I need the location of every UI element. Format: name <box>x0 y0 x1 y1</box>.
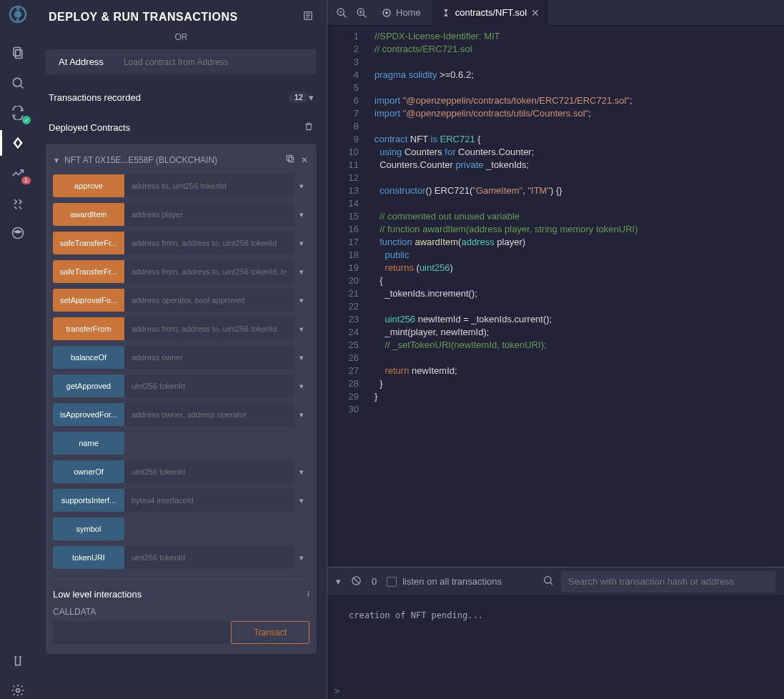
function-args-input[interactable] <box>124 289 294 312</box>
function-args-input[interactable] <box>124 460 294 483</box>
function-button[interactable]: symbol <box>53 517 124 540</box>
function-args-input[interactable] <box>124 489 294 512</box>
deploy-run-icon[interactable] <box>9 134 26 152</box>
function-button[interactable]: awardItem <box>53 203 124 226</box>
svg-point-15 <box>545 577 551 583</box>
function-button[interactable]: tokenURI <box>53 546 124 569</box>
tab-home[interactable]: Home <box>373 0 430 26</box>
file-explorer-icon[interactable] <box>9 44 26 61</box>
function-args-input[interactable] <box>124 546 294 569</box>
function-row: safeTransferFr...▾ <box>53 232 309 254</box>
icon-rail: ✓ 1 <box>0 0 36 699</box>
function-args-input[interactable] <box>124 232 294 254</box>
info-icon[interactable]: i <box>307 588 309 600</box>
debugger-icon[interactable] <box>9 194 26 212</box>
function-button[interactable]: supportsInterf... <box>53 489 124 512</box>
at-address-row: At Address <box>46 49 317 74</box>
function-button[interactable]: safeTransferFr... <box>53 260 124 283</box>
main-area: Home contracts/NFT.sol ✕ 123456789101112… <box>327 0 784 699</box>
close-icon[interactable]: ✕ <box>531 7 540 19</box>
svg-rect-9 <box>287 155 292 160</box>
contract-card: ▾ NFT AT 0X15E...E558F (BLOCKCHAIN) ✕ ap… <box>46 144 317 654</box>
function-button[interactable]: isApprovedFor... <box>53 403 124 426</box>
function-row: setApprovalFo...▾ <box>53 289 309 312</box>
function-args-input[interactable] <box>124 260 294 283</box>
chevron-down-icon[interactable]: ▾ <box>294 467 309 477</box>
function-args-input[interactable] <box>124 203 294 226</box>
function-button[interactable]: approve <box>53 174 124 197</box>
function-row: getApproved▾ <box>53 375 309 397</box>
transact-button[interactable]: Transact <box>231 621 309 644</box>
terminal-prompt[interactable]: > <box>327 683 784 699</box>
chevron-down-icon[interactable]: ▾ <box>294 496 309 505</box>
terminal-search-input[interactable] <box>561 571 775 593</box>
function-button[interactable]: ownerOf <box>53 460 124 483</box>
function-button[interactable]: balanceOf <box>53 346 124 369</box>
svg-point-13 <box>385 11 388 14</box>
zoom-out-icon[interactable] <box>333 4 350 21</box>
function-button[interactable]: transferFrom <box>53 317 124 340</box>
search-icon[interactable] <box>9 74 26 91</box>
terminal-log: creation of NFT pending... <box>327 596 784 683</box>
svg-point-4 <box>13 78 21 86</box>
tab-file[interactable]: contracts/NFT.sol ✕ <box>432 0 548 26</box>
chevron-down-icon[interactable]: ▾ <box>294 210 309 219</box>
deploy-panel: DEPLOY & RUN TRANSACTIONS OR At Address … <box>36 0 327 699</box>
function-row: awardItem▾ <box>53 203 309 226</box>
tab-file-label: contracts/NFT.sol <box>455 7 527 18</box>
chevron-down-icon[interactable]: ▾ <box>294 382 309 391</box>
chevron-down-icon[interactable]: ▾ <box>294 353 309 362</box>
transactions-recorded-header[interactable]: Transactions recorded 12 ▾ <box>46 87 317 107</box>
low-level-section: Low level interactions i CALLDATA Transa… <box>53 579 309 644</box>
function-button[interactable]: safeTransferFr... <box>53 232 124 254</box>
chevron-down-icon[interactable]: ▾ <box>294 267 309 277</box>
function-args-input[interactable] <box>124 174 294 197</box>
chevron-down-icon[interactable]: ▾ <box>294 324 309 334</box>
compile-success-icon: ✓ <box>22 116 31 124</box>
remix-logo-icon[interactable] <box>8 4 28 24</box>
chevron-down-icon[interactable]: ▾ <box>294 239 309 248</box>
close-icon[interactable]: ✕ <box>301 155 308 165</box>
chevron-down-icon[interactable]: ▾ <box>294 182 309 191</box>
svg-rect-8 <box>289 157 294 162</box>
calldata-input[interactable] <box>53 621 231 644</box>
function-row: isApprovedFor...▾ <box>53 403 309 426</box>
chevron-down-icon[interactable]: ▾ <box>336 576 341 587</box>
zoom-in-icon[interactable] <box>353 4 370 21</box>
analytics-badge: 1 <box>21 177 31 184</box>
block-icon[interactable] <box>351 575 362 588</box>
function-args-input[interactable] <box>124 317 294 340</box>
low-level-label: Low level interactions <box>53 589 142 600</box>
copy-icon[interactable] <box>285 154 295 166</box>
terminal: ▾ 0 listen on all transactions creation … <box>327 567 784 699</box>
chevron-down-icon[interactable]: ▾ <box>54 155 59 165</box>
function-row: approve▾ <box>53 174 309 197</box>
plugin-manager-icon[interactable] <box>9 652 26 669</box>
trash-icon[interactable] <box>304 122 314 134</box>
chevron-down-icon[interactable]: ▾ <box>294 296 309 305</box>
function-args-input[interactable] <box>124 403 294 426</box>
search-icon[interactable] <box>542 575 554 588</box>
transactions-count-badge: 12 <box>289 91 309 103</box>
chevron-down-icon[interactable]: ▾ <box>294 410 309 420</box>
code-editor[interactable]: 1234567891011121314151617181920212223242… <box>327 26 784 567</box>
listen-checkbox[interactable]: listen on all transactions <box>387 576 502 587</box>
svg-point-1 <box>14 11 21 18</box>
chevron-down-icon[interactable]: ▾ <box>294 553 309 562</box>
function-args-input[interactable] <box>124 375 294 397</box>
function-args-input[interactable] <box>124 346 294 369</box>
plugin-icon[interactable] <box>9 224 26 242</box>
panel-book-icon[interactable] <box>302 10 314 24</box>
chevron-down-icon: ▾ <box>309 92 314 103</box>
settings-icon[interactable] <box>9 682 26 699</box>
function-button[interactable]: name <box>53 432 124 455</box>
function-button[interactable]: getApproved <box>53 375 124 397</box>
compiler-icon[interactable]: ✓ <box>9 104 26 122</box>
at-address-input[interactable] <box>116 49 317 74</box>
analytics-icon[interactable]: 1 <box>9 164 26 182</box>
at-address-button[interactable]: At Address <box>46 49 116 74</box>
svg-point-6 <box>16 689 20 693</box>
function-button[interactable]: setApprovalFo... <box>53 289 124 312</box>
checkbox-icon <box>387 577 397 587</box>
function-row: transferFrom▾ <box>53 317 309 340</box>
